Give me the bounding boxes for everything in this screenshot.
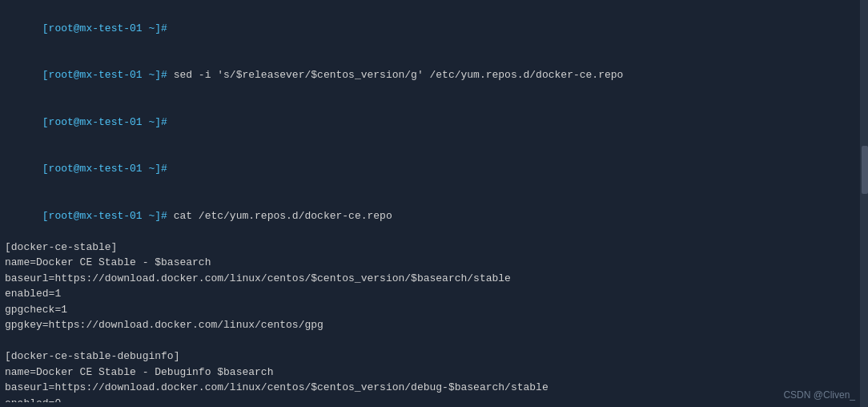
prompt-2: [root@mx-test-01 ~]#: [42, 69, 167, 81]
line-3: [root@mx-test-01 ~]#: [5, 99, 850, 146]
cmd-2: sed -i 's/$releasever/$centos_version/g'…: [167, 69, 624, 81]
line-7: name=Docker CE Stable - $basearch: [5, 255, 850, 271]
terminal-content: [root@mx-test-01 ~]# [root@mx-test-01 ~]…: [5, 5, 850, 402]
line-2: [root@mx-test-01 ~]# sed -i 's/$releasev…: [5, 52, 850, 99]
text-8: baseurl=https://download.docker.com/linu…: [5, 272, 511, 284]
text-7: name=Docker CE Stable - $basearch: [5, 256, 211, 268]
scrollbar-thumb[interactable]: [862, 146, 868, 194]
text-10: gpgcheck=1: [5, 304, 67, 316]
terminal-window: [root@mx-test-01 ~]# [root@mx-test-01 ~]…: [0, 0, 868, 407]
text-9: enabled=1: [5, 288, 61, 300]
cmd-5: cat /etc/yum.repos.d/docker-ce.repo: [167, 210, 392, 222]
line-13: [docker-ce-stable-debuginfo]: [5, 349, 850, 365]
empty-1: [5, 333, 850, 349]
text-15: baseurl=https://download.docker.com/linu…: [5, 381, 549, 393]
line-10: gpgcheck=1: [5, 302, 850, 318]
line-11: gpgkey=https://download.docker.com/linux…: [5, 317, 850, 333]
line-9: enabled=1: [5, 286, 850, 302]
line-6: [docker-ce-stable]: [5, 240, 850, 256]
prompt-5: [root@mx-test-01 ~]#: [42, 210, 167, 222]
text-14: name=Docker CE Stable - Debuginfo $basea…: [5, 366, 273, 378]
text-13: [docker-ce-stable-debuginfo]: [5, 350, 179, 362]
prompt-4: [root@mx-test-01 ~]#: [42, 163, 167, 175]
line-4: [root@mx-test-01 ~]#: [5, 146, 850, 193]
line-8: baseurl=https://download.docker.com/linu…: [5, 271, 850, 287]
line-15: baseurl=https://download.docker.com/linu…: [5, 380, 850, 396]
line-1: [root@mx-test-01 ~]#: [5, 5, 850, 52]
text-6: [docker-ce-stable]: [5, 241, 117, 253]
text-16: enabled=0: [5, 397, 61, 403]
line-14: name=Docker CE Stable - Debuginfo $basea…: [5, 365, 850, 381]
text-11: gpgkey=https://download.docker.com/linux…: [5, 319, 323, 331]
line-16: enabled=0: [5, 396, 850, 403]
line-5: [root@mx-test-01 ~]# cat /etc/yum.repos.…: [5, 192, 850, 240]
scrollbar[interactable]: [860, 0, 868, 407]
prompt-1: [root@mx-test-01 ~]#: [42, 22, 167, 34]
prompt-3: [root@mx-test-01 ~]#: [42, 116, 167, 128]
watermark: CSDN @Cliven_: [783, 389, 855, 401]
